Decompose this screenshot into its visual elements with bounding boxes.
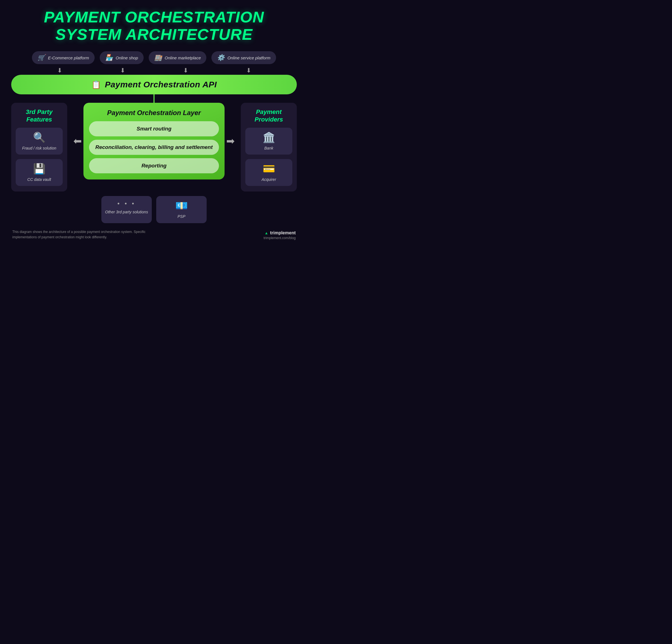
arrow-ecommerce-down: ⬇ xyxy=(28,67,91,74)
arrow-shop-down: ⬇ xyxy=(91,67,154,74)
sources-row: 🛒 E-Commerce platform 🏪 Online shop 🏬 On… xyxy=(11,51,297,64)
pills-container: Smart routing Reconciliation, clearing, … xyxy=(89,121,219,173)
other-icon: • • • xyxy=(117,200,135,207)
other-solutions-box: • • • Other 3rd party solutions xyxy=(101,196,152,223)
page-title: PAYMENT ORCHESTRATION SYSTEM ARCHITECTUR… xyxy=(44,8,264,43)
service-icon: ⚙️ xyxy=(217,54,225,61)
center-orchestration-panel: Payment Orchestration Layer Smart routin… xyxy=(83,103,225,179)
arrow-marketplace-down: ⬇ xyxy=(154,67,217,74)
left-panel-title: 3rd Party Features xyxy=(16,108,63,123)
psp-label: PSP xyxy=(178,214,185,219)
source-ecommerce: 🛒 E-Commerce platform xyxy=(32,51,95,64)
source-marketplace: 🏬 Online marketplace xyxy=(149,51,206,64)
api-connector xyxy=(154,94,155,103)
right-panel-providers: Payment Providers 🏛️ Bank 💳 Acquirer xyxy=(241,103,297,192)
store-icon: 🏪 xyxy=(105,54,113,61)
center-panel-title: Payment Orchestration Layer xyxy=(89,109,219,117)
brand-name: ▲ trimplement xyxy=(265,230,296,236)
vault-label: CC data vault xyxy=(27,177,51,182)
footer-description: This diagram shows the architecture of a… xyxy=(12,229,152,240)
source-service: ⚙️ Online service platform xyxy=(212,51,276,64)
source-online-shop: 🏪 Online shop xyxy=(100,51,144,64)
bank-label: Bank xyxy=(264,146,273,151)
api-icon: 📋 xyxy=(91,80,101,89)
main-area: 3rd Party Features 🔍 Fraud / risk soluti… xyxy=(11,103,297,192)
triangle-icon: ▲ xyxy=(265,231,268,235)
right-panel-title: Payment Providers xyxy=(245,108,292,123)
bottom-row: • • • Other 3rd party solutions 💶 PSP xyxy=(11,196,297,223)
market-icon: 🏬 xyxy=(154,54,162,61)
footer-brand: ▲ trimplement trimplement.com/blog xyxy=(263,230,296,240)
footer: This diagram shows the architecture of a… xyxy=(11,229,297,240)
source-arrows: ⬇ ⬇ ⬇ ⬇ xyxy=(11,67,297,74)
vault-icon: 💾 xyxy=(33,163,46,175)
reporting-pill: Reporting xyxy=(89,158,219,173)
other-label: Other 3rd party solutions xyxy=(105,210,148,214)
left-panel-3rd-party: 3rd Party Features 🔍 Fraud / risk soluti… xyxy=(11,103,67,192)
arrow-left-icon: ⬅ xyxy=(73,135,82,147)
reconciliation-pill: Reconciliation, clearing, billing and se… xyxy=(89,140,219,155)
fraud-risk-box: 🔍 Fraud / risk solution xyxy=(16,128,63,155)
bank-icon: 🏛️ xyxy=(263,132,275,143)
bank-box: 🏛️ Bank xyxy=(245,128,292,155)
psp-box: 💶 PSP xyxy=(156,196,207,223)
fraud-icon: 🔍 xyxy=(33,132,46,143)
api-bar: 📋 Payment Orchestration API xyxy=(11,75,297,94)
cc-vault-box: 💾 CC data vault xyxy=(16,159,63,186)
cart-icon: 🛒 xyxy=(37,54,45,61)
acquirer-label: Acquirer xyxy=(262,177,276,182)
smart-routing-pill: Smart routing xyxy=(89,121,219,136)
arrow-right-icon: ➡ xyxy=(226,135,235,147)
acquirer-box: 💳 Acquirer xyxy=(245,159,292,186)
fraud-label: Fraud / risk solution xyxy=(22,146,56,151)
arrow-service-down: ⬇ xyxy=(217,67,280,74)
acquirer-icon: 💳 xyxy=(263,163,275,175)
psp-icon: 💶 xyxy=(175,200,188,212)
footer-url: trimplement.com/blog xyxy=(263,236,296,240)
center-section-with-arrows: ⬅ Payment Orchestration Layer Smart rout… xyxy=(72,103,236,179)
